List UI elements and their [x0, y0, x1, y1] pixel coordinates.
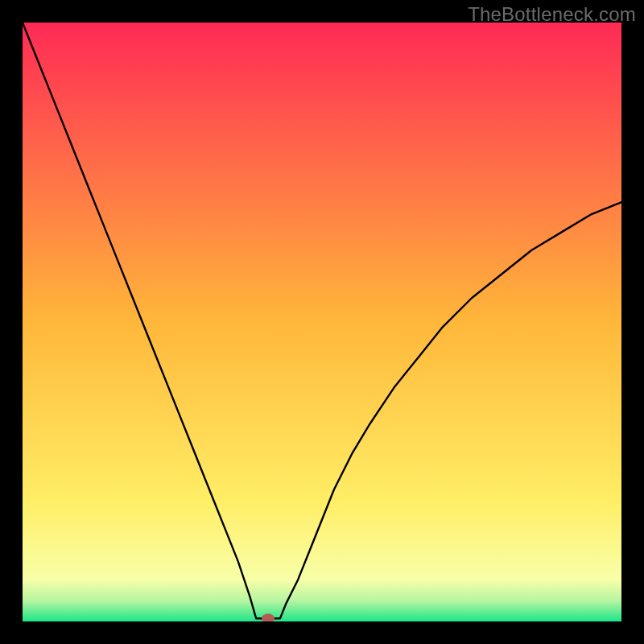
chart-frame: TheBottleneck.com — [0, 0, 644, 644]
plot-background — [23, 23, 621, 621]
watermark-text: TheBottleneck.com — [468, 3, 636, 26]
bottleneck-plot — [23, 23, 621, 621]
